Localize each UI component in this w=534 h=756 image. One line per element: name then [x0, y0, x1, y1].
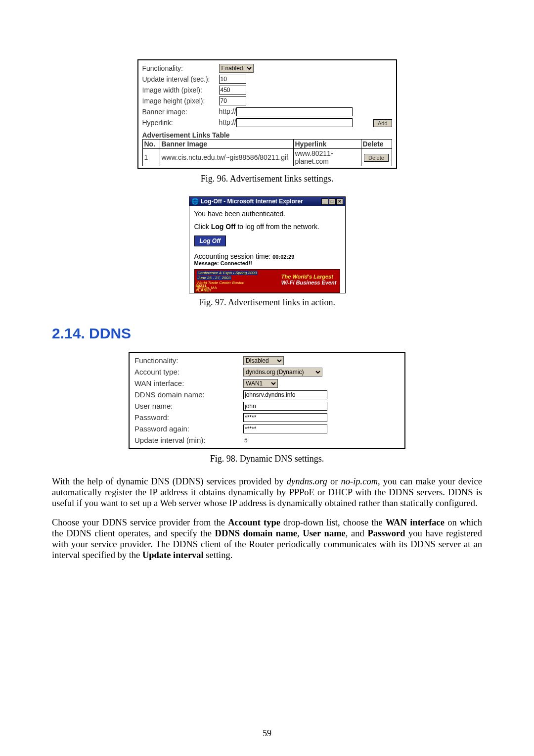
delete-button[interactable]: Delete	[364, 154, 389, 162]
adv-row-hyperlink: www.80211-planet.com	[293, 149, 361, 166]
window-title: Log-Off - Microsoft Internet Explorer	[201, 198, 303, 205]
minimize-icon[interactable]: _	[321, 198, 328, 205]
hyperlink-label: Hyperlink:	[142, 117, 219, 128]
image-height-input[interactable]	[219, 96, 246, 105]
password-input[interactable]	[243, 413, 327, 422]
logoff-instruction: Click Log Off to log off from the networ…	[194, 223, 340, 231]
para-ddns-config: Choose your DDNS service provider from t…	[52, 518, 482, 561]
image-width-label: Image width (pixel):	[142, 85, 219, 95]
adv-row-no: 1	[142, 149, 160, 166]
adv-row-banner: www.cis.nctu.edu.tw/~gis88586/80211.gif	[160, 149, 293, 166]
functionality-label: Functionality:	[142, 63, 219, 74]
adv-h-no: No.	[142, 140, 160, 149]
ddns-functionality-label: Functionality:	[134, 355, 243, 366]
connected-message: Message: Connected!!	[194, 260, 340, 266]
update-interval-input[interactable]	[219, 75, 246, 84]
password-again-input[interactable]	[243, 425, 327, 433]
banner-image-label: Banner image:	[142, 106, 219, 117]
fig97-caption: Fig. 97. Advertisement links in action.	[52, 297, 482, 308]
wan-interface-label: WAN interface:	[134, 378, 243, 389]
update-interval-min-label: Update interval (min):	[134, 434, 243, 446]
update-interval-min-input[interactable]	[243, 436, 263, 445]
fig96-caption: Fig. 96. Advertisement links settings.	[52, 174, 482, 184]
authenticated-text: You have been authenticated.	[194, 210, 340, 218]
section-heading-ddns: 2.14. DDNS	[52, 325, 482, 342]
image-height-label: Image height (pixel):	[142, 95, 219, 106]
adv-h-delete: Delete	[361, 140, 392, 149]
fig96-advertisement-settings: Functionality: Enabled Update interval (…	[137, 59, 397, 169]
update-interval-label: Update interval (sec.):	[142, 74, 219, 85]
adv-h-hyperlink: Hyperlink	[293, 140, 361, 149]
ie-icon: 🌐	[191, 198, 199, 205]
image-width-input[interactable]	[219, 86, 246, 94]
hyperlink-input[interactable]	[236, 118, 353, 127]
password-label: Password:	[134, 412, 243, 423]
close-icon[interactable]: ✕	[336, 198, 343, 205]
page-number: 59	[0, 728, 534, 739]
wan-interface-select[interactable]: WAN1	[243, 379, 278, 388]
password-again-label: Password again:	[134, 423, 243, 434]
maximize-icon[interactable]: □	[329, 198, 336, 205]
logoff-button[interactable]: Log Off	[194, 236, 226, 246]
fig97-logoff-window: 🌐 Log-Off - Microsoft Internet Explorer …	[189, 196, 346, 293]
functionality-select[interactable]: Enabled	[219, 64, 254, 73]
user-name-label: User name:	[134, 400, 243, 412]
para-ddns-intro: With the help of dynamic DNS (DDNS) serv…	[52, 476, 482, 509]
user-name-input[interactable]	[243, 402, 327, 411]
ddns-domain-input[interactable]	[243, 390, 327, 399]
adv-links-title: Advertisement Links Table	[142, 131, 392, 139]
account-type-label: Account type:	[134, 366, 243, 378]
ddns-functionality-select[interactable]: Disabled	[243, 356, 284, 365]
banner-prefix: http://	[219, 107, 236, 115]
hyperlink-prefix: http://	[219, 118, 236, 126]
fig98-ddns-settings: Functionality: Disabled Account type: dy…	[129, 352, 405, 449]
advertisement-banner[interactable]: Conference & Expo • Spring 2003 June 25 …	[194, 269, 340, 293]
add-button[interactable]: Add	[373, 119, 392, 127]
banner-image-input[interactable]	[236, 107, 353, 116]
account-type-select[interactable]: dyndns.org (Dynamic)	[243, 368, 322, 377]
adv-h-banner: Banner Image	[160, 140, 293, 149]
ddns-domain-label: DDNS domain name:	[134, 389, 243, 400]
session-time: Accounting session time: 00:02:29	[194, 252, 340, 260]
fig98-caption: Fig. 98. Dynamic DNS settings.	[52, 454, 482, 464]
